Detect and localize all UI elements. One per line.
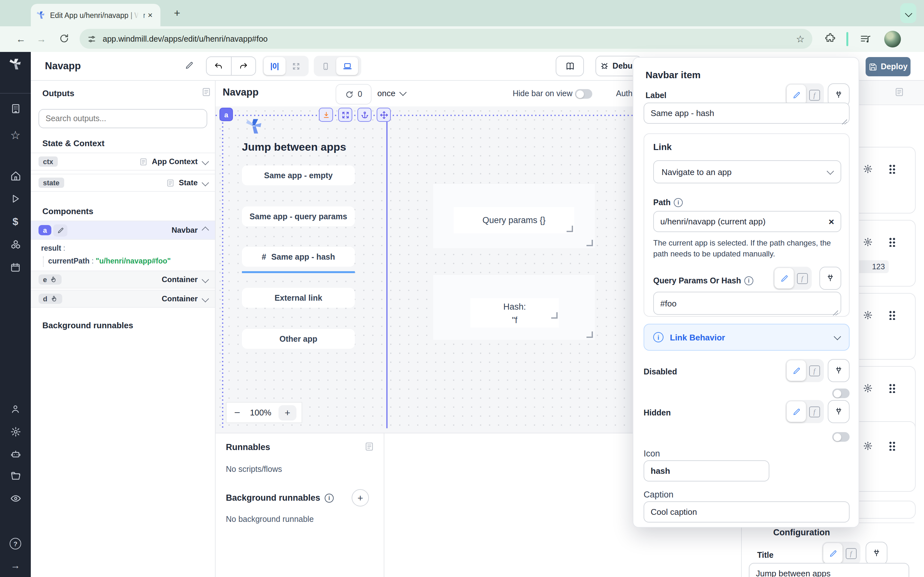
- resize-corner[interactable]: [586, 240, 593, 246]
- icon-input[interactable]: [644, 460, 769, 482]
- deploy-button[interactable]: Deploy: [866, 57, 911, 76]
- static-pencil-icon[interactable]: [823, 543, 843, 564]
- media-controls-icon[interactable]: [860, 33, 871, 45]
- hash-component[interactable]: Hash: "f: [433, 275, 595, 340]
- item-settings-gear-icon[interactable]: [863, 310, 873, 320]
- redo-icon[interactable]: [232, 61, 255, 71]
- item-settings-gear-icon[interactable]: [863, 237, 873, 247]
- connect-plug-icon[interactable]: [866, 542, 887, 565]
- collapse-panel-icon[interactable]: [202, 87, 211, 97]
- nav-item-other-app[interactable]: Other app: [242, 329, 355, 349]
- variables-icon[interactable]: $: [0, 216, 31, 227]
- connect-plug-icon[interactable]: [828, 359, 850, 382]
- function-mode-icon[interactable]: f: [806, 85, 822, 105]
- back-icon[interactable]: ←: [16, 33, 26, 44]
- nav-item-same-app-query-params[interactable]: Same app - query params: [242, 206, 355, 226]
- connect-plug-icon[interactable]: [819, 267, 841, 290]
- static-pencil-icon[interactable]: [787, 360, 806, 381]
- workers-robot-icon[interactable]: [0, 449, 31, 460]
- nav-item-external-link[interactable]: External link: [242, 288, 355, 308]
- link-behavior-section[interactable]: i Link Behavior: [644, 324, 850, 351]
- profile-avatar[interactable]: [884, 31, 901, 47]
- container-d-chevron-icon[interactable]: [202, 295, 209, 303]
- ctx-chevron-down-icon[interactable]: [202, 158, 209, 165]
- caption-input[interactable]: [644, 501, 850, 522]
- expand-down-icon[interactable]: [319, 108, 333, 122]
- runnables-doc-icon[interactable]: [365, 442, 374, 451]
- connect-plug-icon[interactable]: [828, 400, 850, 423]
- mobile-view-icon[interactable]: [315, 57, 336, 75]
- audit-eye-icon[interactable]: [0, 493, 31, 504]
- anchor-icon[interactable]: [357, 108, 372, 122]
- settings-doc-icon[interactable]: [895, 87, 904, 97]
- resize-corner[interactable]: [551, 312, 557, 319]
- component-row-container-d[interactable]: d Container: [31, 290, 216, 308]
- schedules-icon[interactable]: [0, 262, 31, 272]
- nav-item-same-app-empty[interactable]: Same app - empty: [242, 165, 355, 185]
- static-pencil-icon[interactable]: [774, 268, 794, 288]
- windmill-logo[interactable]: [0, 57, 31, 71]
- desktop-view-icon[interactable]: [336, 57, 358, 75]
- tab-close-icon[interactable]: ×: [145, 10, 155, 20]
- expand-rail-icon[interactable]: →: [0, 560, 31, 571]
- users-icon[interactable]: [0, 404, 31, 414]
- run-mode-dropdown[interactable]: once: [377, 89, 405, 98]
- query-params-component[interactable]: Query params {}: [433, 184, 595, 248]
- fit-canvas-icon[interactable]: [286, 57, 306, 75]
- drag-grip-icon[interactable]: [889, 384, 896, 393]
- new-tab-button[interactable]: +: [170, 6, 185, 21]
- search-outputs-input[interactable]: [39, 109, 207, 128]
- config-title-input[interactable]: Jump between apps: [749, 563, 909, 577]
- static-pencil-icon[interactable]: [787, 85, 806, 105]
- drag-grip-icon[interactable]: [889, 310, 896, 320]
- drag-grip-icon[interactable]: [889, 441, 896, 451]
- home-icon[interactable]: [0, 171, 31, 181]
- add-background-runnable-button[interactable]: +: [352, 489, 369, 506]
- label-input[interactable]: [644, 103, 850, 124]
- state-chevron-down-icon[interactable]: [202, 179, 209, 187]
- function-mode-icon[interactable]: f: [843, 543, 859, 564]
- static-pencil-icon[interactable]: [787, 401, 806, 422]
- textarea-resize-handle[interactable]: [842, 119, 847, 124]
- url-bar[interactable]: app.windmill.dev/apps/edit/u/henri/navap…: [79, 29, 813, 49]
- clear-path-icon[interactable]: ×: [829, 216, 834, 227]
- hide-bar-toggle[interactable]: [575, 89, 592, 99]
- function-mode-icon[interactable]: f: [806, 360, 822, 381]
- edit-title-pencil-icon[interactable]: [185, 61, 194, 70]
- favorites-star-icon[interactable]: ☆: [0, 128, 31, 142]
- site-settings-icon[interactable]: [87, 34, 96, 43]
- item-settings-gear-icon[interactable]: [863, 441, 873, 451]
- drag-grip-icon[interactable]: [889, 237, 896, 247]
- runs-icon[interactable]: [0, 193, 31, 204]
- component-row-container-e[interactable]: e Container: [31, 271, 216, 288]
- ctx-row[interactable]: ctx App Context: [31, 153, 216, 171]
- nav-item-same-app-hash[interactable]: # Same app - hash: [242, 247, 355, 267]
- state-row[interactable]: state State: [31, 174, 216, 192]
- chevron-down-icon[interactable]: [834, 333, 841, 340]
- function-mode-icon[interactable]: f: [794, 268, 811, 288]
- settings-gear-icon[interactable]: [0, 426, 31, 437]
- textarea-resize-handle[interactable]: [833, 310, 838, 316]
- refresh-count-button[interactable]: 0: [336, 84, 372, 105]
- reload-icon[interactable]: [59, 33, 69, 44]
- function-mode-icon[interactable]: f: [806, 401, 822, 422]
- tab-search-chevron-icon[interactable]: [900, 3, 916, 23]
- extensions-icon[interactable]: [825, 33, 836, 44]
- rename-pencil-icon[interactable]: [53, 224, 67, 236]
- forward-icon[interactable]: →: [37, 33, 46, 44]
- selected-component-badge[interactable]: a: [220, 108, 233, 121]
- qph-input[interactable]: [653, 292, 841, 315]
- help-icon[interactable]: ?: [0, 538, 31, 550]
- resources-icon[interactable]: [0, 239, 31, 250]
- resize-corner[interactable]: [567, 226, 573, 232]
- hidden-toggle[interactable]: [832, 432, 850, 442]
- container-e-chevron-icon[interactable]: [202, 276, 209, 284]
- item-settings-gear-icon[interactable]: [863, 164, 873, 174]
- bookmark-star-icon[interactable]: ☆: [796, 33, 804, 45]
- link-type-select[interactable]: Navigate to an app: [653, 160, 841, 183]
- move-icon[interactable]: [376, 108, 391, 122]
- item-settings-gear-icon[interactable]: [863, 384, 873, 393]
- path-input[interactable]: u/henri/navapp (current app) ×: [653, 211, 841, 232]
- docs-book-button[interactable]: [556, 56, 584, 76]
- disabled-toggle[interactable]: [832, 388, 850, 398]
